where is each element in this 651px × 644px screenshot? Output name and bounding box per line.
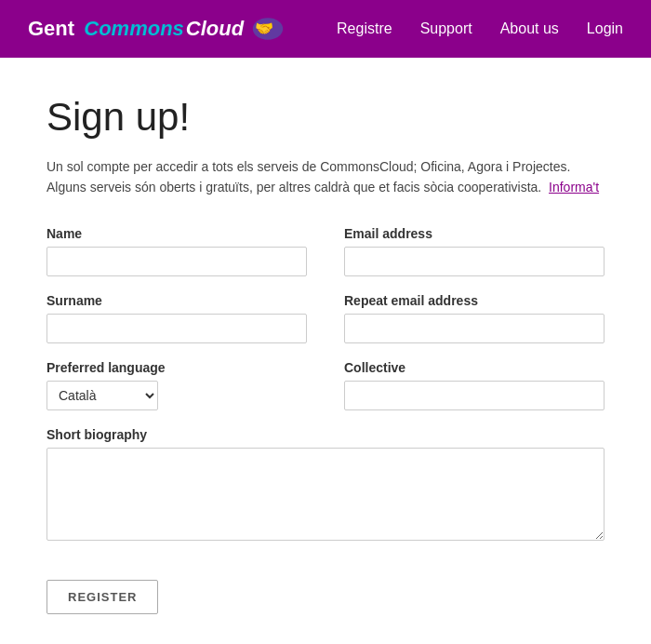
site-header: Gent Commons Cloud 🤝 Registre Support Ab…	[0, 0, 651, 58]
surname-input[interactable]	[46, 314, 307, 343]
collective-label: Collective	[344, 360, 604, 375]
surname-group: Surname	[46, 293, 307, 343]
language-group: Preferred language Català Español Englis…	[46, 360, 307, 410]
signup-form: Name Email address Surname Repeat email …	[46, 226, 604, 614]
form-grid: Name Email address Surname Repeat email …	[46, 226, 604, 561]
email-label: Email address	[344, 226, 604, 241]
informat-link[interactable]: Informa't	[549, 180, 599, 195]
name-group: Name	[46, 226, 307, 276]
bio-textarea[interactable]	[46, 448, 604, 541]
register-button[interactable]: REGISTER	[46, 580, 158, 614]
logo-cloud: Cloud	[186, 17, 244, 41]
collective-group: Collective	[344, 360, 604, 410]
main-content: Sign up! Un sol compte per accedir a tot…	[0, 58, 651, 644]
intro-line1: Un sol compte per accedir a tots els ser…	[46, 159, 570, 174]
surname-label: Surname	[46, 293, 307, 308]
bio-label: Short biography	[46, 427, 604, 442]
intro-paragraph: Un sol compte per accedir a tots els ser…	[46, 156, 604, 198]
collective-input[interactable]	[344, 381, 604, 410]
page-title: Sign up!	[46, 95, 604, 140]
language-label: Preferred language	[46, 360, 307, 375]
name-input[interactable]	[46, 247, 307, 276]
handshake-icon: 🤝	[251, 15, 285, 43]
bio-group: Short biography	[46, 427, 604, 544]
name-label: Name	[46, 226, 307, 241]
intro-line2: Alguns serveis són oberts i gratuïts, pe…	[46, 180, 541, 195]
svg-text:🤝: 🤝	[255, 19, 274, 38]
nav-login[interactable]: Login	[587, 20, 623, 37]
repeat-email-group: Repeat email address	[344, 293, 604, 343]
language-select[interactable]: Català Español English	[46, 381, 158, 410]
site-logo: Gent Commons Cloud 🤝	[28, 15, 285, 43]
repeat-email-input[interactable]	[344, 314, 604, 343]
logo-area: Gent Commons Cloud 🤝	[28, 15, 337, 43]
email-group: Email address	[344, 226, 604, 276]
repeat-email-label: Repeat email address	[344, 293, 604, 308]
logo-commons: Commons	[84, 17, 184, 41]
nav-support[interactable]: Support	[420, 20, 472, 37]
main-nav: Registre Support About us Login	[337, 20, 623, 37]
email-input[interactable]	[344, 247, 604, 276]
nav-registre[interactable]: Registre	[337, 20, 392, 37]
nav-about-us[interactable]: About us	[500, 20, 559, 37]
logo-gent: Gent	[28, 17, 74, 41]
